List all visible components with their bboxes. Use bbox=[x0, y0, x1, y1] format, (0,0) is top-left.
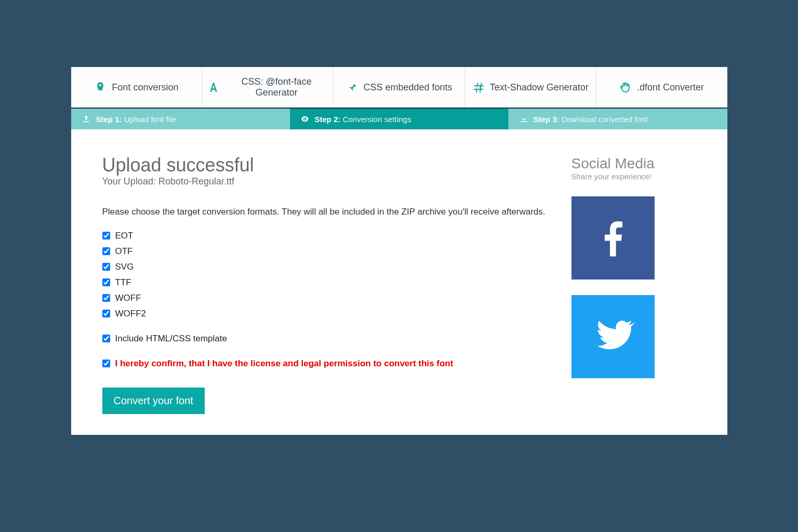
top-navigation: Font conversion CSS: @font-face Generato… bbox=[71, 67, 727, 109]
format-label: OTF bbox=[115, 246, 133, 257]
convert-button[interactable]: Convert your font bbox=[102, 388, 205, 414]
step-number: Step 1: bbox=[96, 115, 122, 124]
license-confirm-option: I hereby confirm, that I have the licens… bbox=[102, 358, 561, 369]
include-template-label: Include HTML/CSS template bbox=[115, 334, 227, 344]
facebook-share-button[interactable] bbox=[571, 196, 655, 280]
format-option-woff: WOFF bbox=[102, 293, 561, 303]
step-tracker: Step 1: Upload font file Step 2: Convers… bbox=[71, 109, 727, 129]
step-1-upload[interactable]: Step 1: Upload font file bbox=[71, 109, 290, 129]
format-label: SVG bbox=[115, 262, 134, 272]
page-title: Upload successful bbox=[102, 155, 561, 175]
instructions-text: Please choose the target conversion form… bbox=[102, 207, 561, 217]
content-area: Upload successful Your Upload: Roboto-Re… bbox=[71, 129, 727, 435]
format-option-eot: EOT bbox=[102, 231, 561, 241]
step-label: Download converted font bbox=[562, 115, 648, 124]
nav-text-shadow-generator[interactable]: Text-Shadow Generator bbox=[465, 67, 596, 108]
format-label: WOFF2 bbox=[115, 309, 147, 319]
sidebar-title: Social Media bbox=[571, 155, 696, 172]
pin-icon bbox=[345, 81, 358, 94]
hand-icon bbox=[619, 81, 632, 94]
letter-a-icon bbox=[207, 81, 220, 94]
nav-label: CSS: @font-face Generator bbox=[225, 76, 328, 98]
main-column: Upload successful Your Upload: Roboto-Re… bbox=[102, 155, 561, 414]
checkbox-svg[interactable] bbox=[102, 263, 110, 271]
format-option-otf: OTF bbox=[102, 246, 561, 257]
step-number: Step 2: bbox=[315, 115, 341, 124]
step-label: Upload font file bbox=[124, 115, 176, 124]
checkbox-license-confirm[interactable] bbox=[102, 360, 110, 367]
nav-css-embedded-fonts[interactable]: CSS embedded fonts bbox=[334, 67, 465, 108]
checkbox-otf[interactable] bbox=[102, 247, 110, 255]
rocket-icon bbox=[94, 81, 107, 94]
twitter-icon bbox=[590, 312, 636, 361]
sidebar: Social Media Share your experience! bbox=[571, 155, 696, 414]
format-option-woff2: WOFF2 bbox=[102, 309, 561, 319]
step-number: Step 3: bbox=[534, 115, 560, 124]
format-label: WOFF bbox=[115, 293, 141, 303]
upload-icon bbox=[82, 114, 91, 124]
nav-label: Font conversion bbox=[112, 82, 178, 93]
nav-dfont-converter[interactable]: .dfont Converter bbox=[596, 67, 727, 108]
format-label: TTF bbox=[115, 277, 131, 288]
step-2-settings[interactable]: Step 2: Conversion settings bbox=[290, 109, 509, 129]
nav-label: .dfont Converter bbox=[637, 82, 704, 93]
checkbox-eot[interactable] bbox=[102, 232, 110, 240]
format-option-svg: SVG bbox=[102, 262, 561, 272]
checkbox-woff[interactable] bbox=[102, 294, 110, 302]
format-option-ttf: TTF bbox=[102, 277, 561, 288]
twitter-share-button[interactable] bbox=[571, 295, 655, 378]
format-label: EOT bbox=[115, 231, 134, 241]
nav-font-face-generator[interactable]: CSS: @font-face Generator bbox=[202, 67, 334, 108]
nav-font-conversion[interactable]: Font conversion bbox=[71, 67, 203, 108]
eye-icon bbox=[300, 114, 310, 124]
checkbox-ttf[interactable] bbox=[102, 278, 110, 286]
app-panel: Font conversion CSS: @font-face Generato… bbox=[71, 67, 727, 435]
upload-filename: Your Upload: Roboto-Regular.ttf bbox=[102, 176, 561, 187]
sidebar-subtitle: Share your experience! bbox=[571, 172, 696, 181]
license-confirm-label: I hereby confirm, that I have the licens… bbox=[115, 358, 454, 369]
facebook-icon bbox=[590, 214, 636, 262]
nav-label: Text-Shadow Generator bbox=[490, 82, 589, 93]
step-3-download[interactable]: Step 3: Download converted font bbox=[509, 109, 727, 129]
checkbox-woff2[interactable] bbox=[102, 310, 110, 317]
format-options: EOT OTF SVG TTF WOFF bbox=[102, 231, 561, 369]
nav-label: CSS embedded fonts bbox=[363, 82, 452, 93]
checkbox-include-template[interactable] bbox=[102, 335, 110, 342]
step-label: Conversion settings bbox=[343, 115, 411, 124]
hash-icon bbox=[472, 81, 485, 94]
include-template-option: Include HTML/CSS template bbox=[102, 334, 561, 344]
download-icon bbox=[519, 114, 528, 124]
